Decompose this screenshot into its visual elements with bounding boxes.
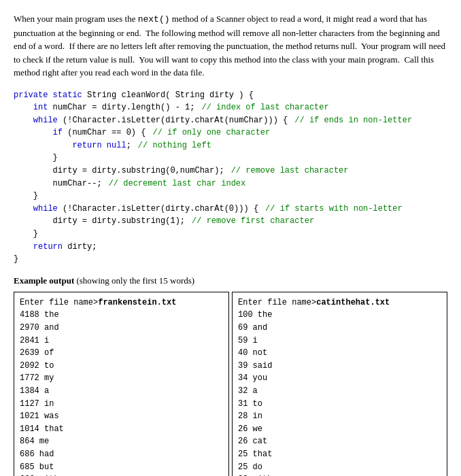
comment-3: // if ends in non-letter <box>294 114 412 127</box>
frank-line-1: 2970 and <box>20 322 223 335</box>
comment-2: // index of last character <box>201 101 328 114</box>
frank-line-4: 2092 to <box>20 360 223 373</box>
cat-line-4: 39 said <box>238 360 441 373</box>
frankenstein-box: Enter file name>frankenstein.txt 4188 th… <box>14 292 229 476</box>
code-line-8: numChar--; // decrement last char index <box>14 177 447 190</box>
frank-line-0: 4188 the <box>20 309 223 322</box>
example-heading-sub: (showing only the first 15 words) <box>76 275 194 286</box>
frankenstein-header: Enter file name>frankenstein.txt <box>20 296 223 309</box>
code-line-9: } <box>14 190 447 203</box>
frank-line-7: 1127 in <box>20 398 223 411</box>
frank-line-2: 2841 i <box>20 335 223 347</box>
comment-11: // remove first character <box>192 215 314 228</box>
code-line-12: } <box>14 228 447 241</box>
code-text-7: dirty = dirty.substring(0,numChar); <box>14 165 224 177</box>
frank-line-6: 1384 a <box>20 385 223 398</box>
code-line-4: if (numChar == 0) { // if only one chara… <box>14 126 447 139</box>
code-block: private static String cleanWord( String … <box>14 89 447 266</box>
comment-5: // nothing left <box>138 139 211 152</box>
cat-line-7: 31 to <box>238 398 441 411</box>
code-line-3: while (!Character.isLetter(dirty.charAt(… <box>14 114 447 127</box>
code-text-5: return null; <box>14 139 131 152</box>
code-line-2: int numChar = dirty.length() - 1; // ind… <box>14 101 447 114</box>
frank-line-5: 1772 my <box>20 372 223 385</box>
frank-line-11: 686 had <box>20 448 223 461</box>
code-text-10: while (!Character.isLetter(dirty.charAt(… <box>14 203 258 216</box>
code-text-2: int numChar = dirty.length() - 1; <box>14 101 194 114</box>
comment-10: // if starts with non-letter <box>265 203 403 216</box>
cat-line-12: 25 do <box>238 461 441 474</box>
cat-line-13: 23 with <box>238 473 441 476</box>
code-text-9: } <box>14 190 38 203</box>
comment-4: // if only one character <box>152 126 270 139</box>
code-text-8: numChar--; <box>14 177 102 190</box>
frank-line-12: 685 but <box>20 461 223 474</box>
cat-line-0: 100 the <box>238 309 441 322</box>
frank-line-8: 1021 was <box>20 410 223 423</box>
cat-line-3: 40 not <box>238 347 441 360</box>
cat-line-10: 26 cat <box>238 435 441 448</box>
cat-line-6: 32 a <box>238 385 441 398</box>
cat-line-9: 26 we <box>238 423 441 436</box>
frank-line-13: 666 with <box>20 473 223 476</box>
code-text-3: while (!Character.isLetter(dirty.charAt(… <box>14 114 288 127</box>
cat-header: Enter file name>catinthehat.txt <box>238 296 441 309</box>
cat-line-5: 34 you <box>238 372 441 385</box>
cat-line-11: 25 that <box>238 448 441 461</box>
code-line-7: dirty = dirty.substring(0,numChar); // r… <box>14 165 447 177</box>
code-text-14: } <box>14 253 18 266</box>
code-line-13: return dirty; <box>14 241 447 254</box>
output-tables: Enter file name>frankenstein.txt 4188 th… <box>14 292 447 476</box>
cat-line-1: 69 and <box>238 322 441 335</box>
description-paragraph: When your main program uses the next() m… <box>14 12 447 80</box>
code-text-12: } <box>14 228 38 241</box>
code-text-11: dirty = dirty.substring(1); <box>14 215 185 228</box>
example-heading-bold: Example output <box>14 275 74 286</box>
comment-7: // remove last character <box>231 165 349 177</box>
catinthehat-box: Enter file name>catinthehat.txt 100 the … <box>232 292 447 476</box>
comment-8: // decrement last char index <box>109 177 246 190</box>
code-text-6: } <box>14 152 58 165</box>
cat-line-8: 28 in <box>238 410 441 423</box>
example-heading: Example output (showing only the first 1… <box>14 275 447 286</box>
code-line-6: } <box>14 152 447 165</box>
code-line-1: private static String cleanWord( String … <box>14 89 447 102</box>
code-text-1: private static String cleanWord( String … <box>14 89 254 102</box>
frank-line-10: 864 me <box>20 435 223 448</box>
code-text-4: if (numChar == 0) { <box>14 126 146 139</box>
inline-code-next: next() <box>138 14 170 24</box>
frank-line-3: 2639 of <box>20 347 223 360</box>
cat-line-2: 59 i <box>238 335 441 347</box>
code-line-10: while (!Character.isLetter(dirty.charAt(… <box>14 203 447 216</box>
frank-line-9: 1014 that <box>20 423 223 436</box>
code-text-13: return dirty; <box>14 241 97 254</box>
code-line-14: } <box>14 253 447 266</box>
code-line-5: return null; // nothing left <box>14 139 447 152</box>
code-line-11: dirty = dirty.substring(1); // remove fi… <box>14 215 447 228</box>
